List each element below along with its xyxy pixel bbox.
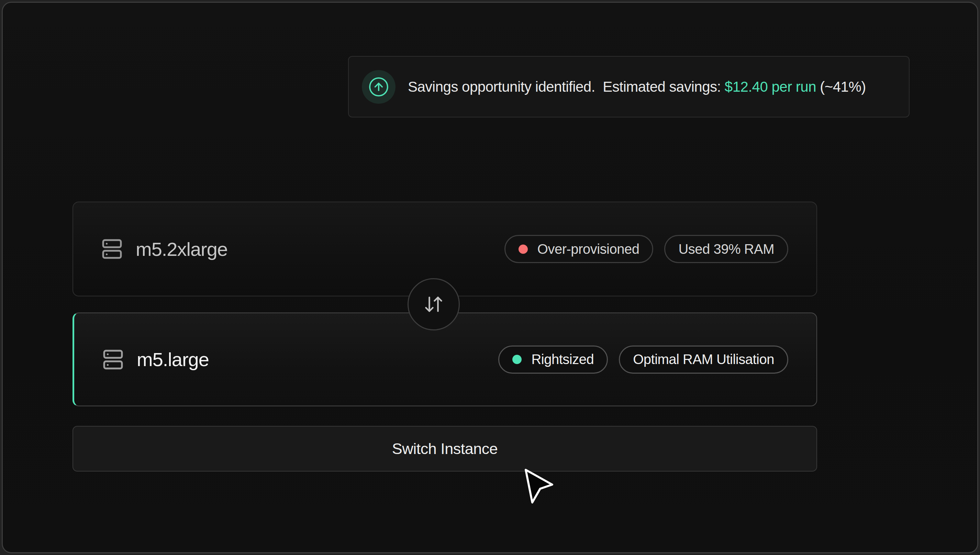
switch-instance-label: Switch Instance <box>392 440 498 458</box>
instance-name: m5.2xlarge <box>136 238 228 260</box>
ram-usage-badge: Optimal RAM Utilisation <box>619 345 788 374</box>
switch-instance-button[interactable]: Switch Instance <box>72 426 817 472</box>
server-icon <box>101 237 123 261</box>
status-badge-label: Rightsized <box>531 352 594 367</box>
instance-name: m5.large <box>137 348 209 371</box>
status-badge-rightsized: Rightsized <box>498 345 608 374</box>
swap-arrows-icon <box>408 278 460 330</box>
circle-arrow-up-icon <box>362 70 395 104</box>
banner-text-suffix: (~41%) <box>816 79 866 95</box>
status-badge-over-provisioned: Over-provisioned <box>504 235 654 263</box>
banner-text-prefix: Savings opportunity identified. Estimate… <box>408 79 725 95</box>
status-badge-label: Over-provisioned <box>537 241 639 257</box>
ram-badge-label: Optimal RAM Utilisation <box>633 352 774 367</box>
savings-banner-text: Savings opportunity identified. Estimate… <box>408 79 866 95</box>
ram-usage-badge: Used 39% RAM <box>664 235 788 263</box>
app-window: Savings opportunity identified. Estimate… <box>0 0 980 555</box>
savings-banner: Savings opportunity identified. Estimate… <box>348 56 909 117</box>
savings-amount: $12.40 per run <box>725 79 816 95</box>
status-dot <box>512 355 522 364</box>
ram-badge-label: Used 39% RAM <box>678 241 774 257</box>
server-icon <box>103 348 124 371</box>
status-dot <box>519 245 528 254</box>
